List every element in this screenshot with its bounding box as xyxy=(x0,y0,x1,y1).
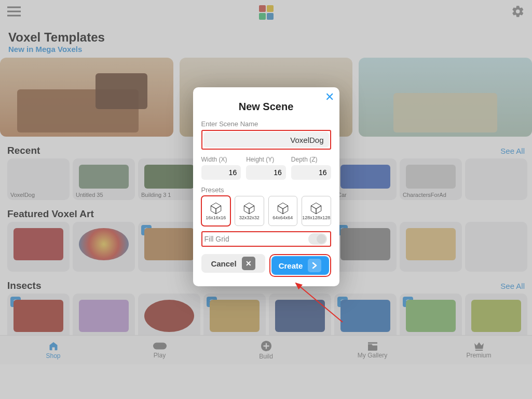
close-icon[interactable]: ✕ xyxy=(325,91,334,103)
preset-32[interactable]: 32x32x32 xyxy=(235,196,264,226)
chevron-right-icon xyxy=(308,259,321,272)
x-icon: ✕ xyxy=(242,257,255,270)
fill-grid-row: Fill Grid xyxy=(201,231,331,247)
presets-label: Presets xyxy=(201,186,331,194)
scene-name-input[interactable] xyxy=(203,132,329,148)
create-button[interactable]: Create xyxy=(271,256,329,275)
new-scene-modal: ✕ New Scene Enter Scene Name Width (X) H… xyxy=(193,87,339,286)
modal-title: New Scene xyxy=(201,101,331,113)
depth-label: Depth (Z) xyxy=(291,156,331,163)
cancel-button[interactable]: Cancel ✕ xyxy=(201,254,265,273)
scene-name-label: Enter Scene Name xyxy=(201,120,331,128)
width-label: Width (X) xyxy=(201,156,241,163)
preset-128[interactable]: 128x128x128 xyxy=(302,196,331,226)
height-label: Height (Y) xyxy=(246,156,286,163)
height-input[interactable] xyxy=(246,165,286,180)
preset-64[interactable]: 64x64x64 xyxy=(268,196,298,226)
width-input[interactable] xyxy=(201,165,241,180)
depth-input[interactable] xyxy=(291,165,331,180)
fill-grid-toggle[interactable] xyxy=(308,233,327,245)
fill-grid-label: Fill Grid xyxy=(204,235,229,243)
preset-16[interactable]: 16x16x16 xyxy=(201,196,231,226)
